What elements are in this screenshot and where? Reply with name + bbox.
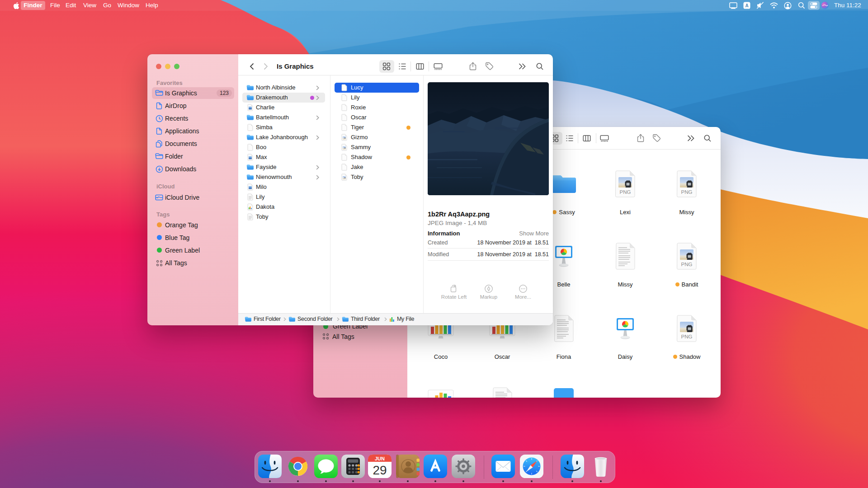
svg-text:A: A [745,3,748,8]
